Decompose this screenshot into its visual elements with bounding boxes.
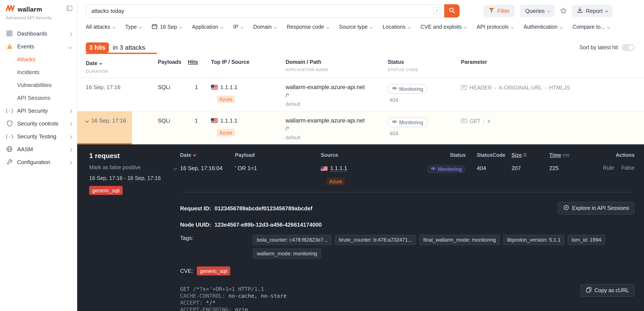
grid-icon <box>6 30 13 36</box>
sidebar-item-configuration[interactable]: Configuration <box>0 155 77 168</box>
tag-chip: bola_counter: i:478:f82823e7... <box>253 235 332 245</box>
filter-chip-date[interactable]: 16 Sep <box>152 23 182 30</box>
chevron-right-icon <box>69 146 72 152</box>
sidebar-item-security-testing[interactable]: {-} Security Testing <box>0 130 77 143</box>
cve-tag[interactable]: generic_sqli <box>197 267 230 276</box>
search-button[interactable] <box>444 4 460 17</box>
attack-source-ip[interactable]: 1.1.1.1 <box>220 84 238 90</box>
requests-table-header: Date Payload Source Status StatusCode Si… <box>180 152 634 162</box>
column-header-time[interactable]: Time ms <box>549 152 592 158</box>
chevron-right-icon <box>69 133 72 139</box>
sidebar-subitem-attacks[interactable]: Attacks <box>0 53 77 65</box>
chevron-down-icon[interactable] <box>174 166 177 170</box>
attack-detail-panel: 1 request Mark as false positive 16 Sep,… <box>77 144 644 311</box>
sidebar-item-label: Configuration <box>17 159 50 165</box>
request-source-ip[interactable]: 1.1.1.1 <box>330 165 347 172</box>
response-status-code: 404 <box>389 97 461 103</box>
source-tag-azure[interactable]: Azure <box>327 178 345 185</box>
favorite-star-icon[interactable] <box>560 7 567 14</box>
false-action-link[interactable]: False <box>622 165 634 171</box>
sidebar-subitem-api-sessions[interactable]: API Sessions <box>0 91 77 104</box>
chevron-right-icon <box>69 120 72 127</box>
filter-bar: All attacks Type 16 Sep Application IP D… <box>77 20 644 34</box>
filter-chip-application[interactable]: Application <box>192 24 223 30</box>
eye-icon <box>431 166 436 172</box>
report-button[interactable]: Report <box>572 4 613 17</box>
calendar-icon <box>152 23 157 30</box>
status-badge: Monitoring <box>388 117 428 127</box>
attack-source-ip[interactable]: 1.1.1.1 <box>220 117 238 124</box>
explore-api-sessions-button[interactable]: Explore in API Sessions <box>558 202 634 215</box>
sidebar-item-aasm[interactable]: AASM <box>0 143 77 155</box>
filter-button[interactable]: Filter <box>484 4 515 17</box>
request-row[interactable]: 16 Sep, 17:16:04 ' OR 1=1 1.1.1.1 Azure … <box>180 162 634 185</box>
attack-row-selected[interactable]: 16 Sep, 17:16 SQLi 1 1.1.1.1 Azure walla… <box>77 111 644 144</box>
filter-chip-response-code[interactable]: Response code <box>287 24 329 30</box>
tag-chip: wallarm_mode: monitoring <box>253 249 321 259</box>
chevron-down-icon <box>112 25 115 28</box>
filter-chip-source-type[interactable]: Source type <box>339 24 372 30</box>
column-header-payloads: Payloads <box>158 59 188 65</box>
detail-date-range: 16 Sep, 17:16 - 16 Sep, 17:16 <box>89 175 180 181</box>
source-tag-azure[interactable]: Azure <box>217 95 235 103</box>
compass-icon <box>564 205 569 212</box>
attack-type-tag[interactable]: generic_sqli <box>89 186 123 195</box>
sidebar-item-events[interactable]: Events <box>0 40 77 53</box>
attack-path: /* <box>286 126 388 132</box>
copy-as-curl-button[interactable]: Copy as cURL <box>581 284 634 297</box>
chevron-down-icon[interactable] <box>85 119 89 122</box>
source-tag-azure[interactable]: Azure <box>217 129 235 136</box>
attack-hits-count: 1 <box>188 117 211 124</box>
column-header-date[interactable]: Date <box>180 152 235 158</box>
filter-chip-all-attacks[interactable]: All attacks <box>86 24 115 30</box>
mark-false-positive-link[interactable]: Mark as false positive <box>89 165 180 171</box>
rule-action-link[interactable]: Rule <box>603 165 614 171</box>
chevron-down-icon <box>408 25 411 28</box>
filter-chip-ip[interactable]: IP <box>233 24 243 30</box>
attack-path: /* <box>286 92 388 98</box>
attack-row[interactable]: 16 Sep, 17:16 SQLi 1 1.1.1.1 Azure walla… <box>77 78 644 111</box>
filter-chip-domain[interactable]: Domain <box>253 24 276 30</box>
active-tab-underline <box>86 53 157 54</box>
attack-date: 16 Sep, 17:16 <box>91 117 126 124</box>
parameter-icon <box>461 118 467 124</box>
node-uuid-value: 123e4567-e89b-12d3-a456-426614174000 <box>214 222 322 228</box>
filter-chip-locations[interactable]: Locations <box>383 24 410 30</box>
sidebar-item-label: AASM <box>17 146 33 152</box>
shield-icon <box>6 120 13 127</box>
filter-chip-type[interactable]: Type <box>125 24 142 30</box>
tags-list: bola_counter: i:478:f82823e7... brute_co… <box>253 235 630 259</box>
eye-icon <box>392 86 397 92</box>
toggle-knob <box>628 45 634 50</box>
sidebar-item-security-controls[interactable]: Security controls <box>0 117 77 130</box>
search-input[interactable] <box>91 7 433 14</box>
sort-toggle[interactable] <box>622 44 634 51</box>
attack-hits-count: 1 <box>188 84 211 90</box>
filter-chip-api-protocols[interactable]: API protocols <box>477 24 514 30</box>
column-header-size[interactable]: Size B <box>512 152 549 158</box>
chevron-down-icon <box>179 25 182 28</box>
sidebar-subitem-incidents[interactable]: Incidents <box>0 65 77 78</box>
chevron-right-icon <box>69 30 72 37</box>
column-header-payload: Payload <box>235 152 321 158</box>
column-header-source: Source <box>321 152 417 158</box>
request-count: 1 request <box>89 152 180 160</box>
node-uuid-row: Node UUID: 123e4567-e89b-12d3-a456-42661… <box>180 222 634 228</box>
filter-chip-cve-exploits[interactable]: CVE and exploits <box>420 24 466 30</box>
collapse-sidebar-icon[interactable] <box>66 5 72 13</box>
sidebar-item-api-security[interactable]: {-} API Security <box>0 104 77 117</box>
column-header-hits[interactable]: Hits <box>188 59 198 65</box>
report-button-label: Report <box>586 7 602 14</box>
filter-chip-authentication[interactable]: Authentication <box>524 24 562 30</box>
filter-chip-compare-to[interactable]: Compare to... <box>572 24 610 30</box>
queries-button[interactable]: Queries <box>520 4 555 17</box>
braces-icon: {-} <box>6 133 13 139</box>
sidebar-subitem-vulnerabilities[interactable]: Vulnerabilities <box>0 78 77 91</box>
sidebar-item-dashboards[interactable]: Dashboards <box>0 27 77 40</box>
chevron-down-icon <box>69 43 72 49</box>
topbar: / Filter Queries <box>77 0 644 20</box>
column-header-date[interactable]: Date <box>86 60 102 66</box>
column-subheader-duration: DURATION <box>86 69 158 74</box>
column-header-source: Top IP / Source <box>211 59 286 65</box>
tags-label: Tags: <box>180 235 253 241</box>
